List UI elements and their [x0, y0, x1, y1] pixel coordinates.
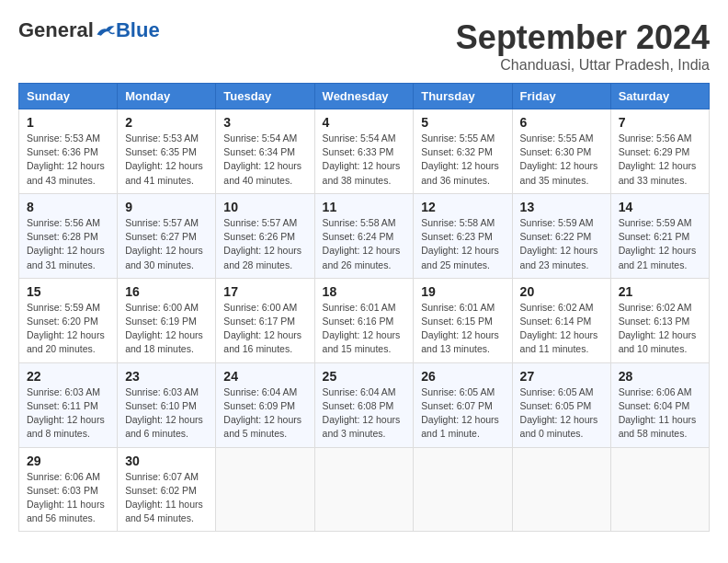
day-number: 5	[421, 115, 504, 130]
day-info: Sunrise: 6:06 AM Sunset: 6:03 PM Dayligh…	[27, 470, 109, 526]
day-number: 12	[421, 200, 504, 214]
day-info: Sunrise: 5:55 AM Sunset: 6:30 PM Dayligh…	[520, 132, 603, 188]
calendar-cell: 17Sunrise: 6:00 AM Sunset: 6:17 PM Dayli…	[216, 278, 314, 362]
day-number: 25	[323, 369, 406, 384]
calendar-cell: 2Sunrise: 5:53 AM Sunset: 6:35 PM Daylig…	[118, 109, 216, 194]
day-number: 21	[619, 284, 701, 299]
day-info: Sunrise: 5:53 AM Sunset: 6:35 PM Dayligh…	[125, 132, 208, 188]
day-number: 17	[223, 284, 306, 299]
day-info: Sunrise: 5:55 AM Sunset: 6:32 PM Dayligh…	[421, 132, 504, 188]
day-info: Sunrise: 5:54 AM Sunset: 6:34 PM Dayligh…	[223, 132, 306, 188]
weekday-header-sunday: Sunday	[19, 84, 118, 109]
day-info: Sunrise: 6:02 AM Sunset: 6:13 PM Dayligh…	[619, 301, 701, 357]
calendar-cell: 3Sunrise: 5:54 AM Sunset: 6:34 PM Daylig…	[216, 109, 314, 194]
logo-bird-icon	[96, 22, 116, 39]
day-info: Sunrise: 6:06 AM Sunset: 6:04 PM Dayligh…	[619, 385, 701, 442]
calendar-cell: 7Sunrise: 5:56 AM Sunset: 6:29 PM Daylig…	[610, 109, 709, 194]
day-info: Sunrise: 6:01 AM Sunset: 6:16 PM Dayligh…	[323, 301, 406, 357]
calendar-cell	[314, 447, 414, 532]
day-info: Sunrise: 5:57 AM Sunset: 6:27 PM Dayligh…	[125, 216, 208, 272]
day-number: 27	[520, 369, 603, 384]
day-number: 22	[27, 369, 109, 384]
day-info: Sunrise: 6:03 AM Sunset: 6:10 PM Dayligh…	[125, 385, 208, 442]
calendar-cell	[610, 447, 709, 532]
weekday-header-monday: Monday	[118, 84, 216, 109]
calendar-cell: 20Sunrise: 6:02 AM Sunset: 6:14 PM Dayli…	[512, 278, 610, 362]
calendar-cell: 13Sunrise: 5:59 AM Sunset: 6:22 PM Dayli…	[512, 193, 610, 278]
weekday-header-tuesday: Tuesday	[216, 84, 314, 109]
calendar-cell: 29Sunrise: 6:06 AM Sunset: 6:03 PM Dayli…	[19, 447, 118, 532]
day-info: Sunrise: 6:02 AM Sunset: 6:14 PM Dayligh…	[520, 301, 603, 357]
calendar-week-row: 15Sunrise: 5:59 AM Sunset: 6:20 PM Dayli…	[19, 278, 710, 362]
month-title: September 2024	[456, 18, 710, 57]
calendar-cell: 8Sunrise: 5:56 AM Sunset: 6:28 PM Daylig…	[19, 193, 118, 278]
day-number: 3	[223, 115, 306, 130]
calendar-cell: 27Sunrise: 6:05 AM Sunset: 6:05 PM Dayli…	[512, 362, 610, 447]
day-number: 23	[125, 369, 208, 384]
calendar-cell: 25Sunrise: 6:04 AM Sunset: 6:08 PM Dayli…	[314, 362, 414, 447]
day-info: Sunrise: 5:59 AM Sunset: 6:21 PM Dayligh…	[619, 216, 701, 272]
calendar-cell: 30Sunrise: 6:07 AM Sunset: 6:02 PM Dayli…	[118, 447, 216, 532]
calendar-cell: 19Sunrise: 6:01 AM Sunset: 6:15 PM Dayli…	[414, 278, 512, 362]
day-info: Sunrise: 6:00 AM Sunset: 6:19 PM Dayligh…	[125, 301, 208, 357]
day-number: 29	[27, 454, 109, 468]
day-info: Sunrise: 6:04 AM Sunset: 6:09 PM Dayligh…	[223, 385, 306, 442]
day-number: 13	[520, 200, 603, 214]
day-number: 7	[619, 115, 701, 130]
day-info: Sunrise: 6:04 AM Sunset: 6:08 PM Dayligh…	[323, 385, 406, 442]
calendar-cell: 15Sunrise: 5:59 AM Sunset: 6:20 PM Dayli…	[19, 278, 118, 362]
day-number: 20	[520, 284, 603, 299]
day-number: 2	[125, 115, 208, 130]
calendar-cell: 1Sunrise: 5:53 AM Sunset: 6:36 PM Daylig…	[19, 109, 118, 194]
logo-blue-text: Blue	[116, 18, 160, 42]
location-title: Chanduasi, Uttar Pradesh, India	[456, 57, 710, 74]
weekday-header-thursday: Thursday	[414, 84, 512, 109]
day-number: 11	[323, 200, 406, 214]
calendar-cell: 14Sunrise: 5:59 AM Sunset: 6:21 PM Dayli…	[610, 193, 709, 278]
day-number: 10	[223, 200, 306, 214]
day-number: 8	[27, 200, 109, 214]
day-number: 24	[223, 369, 306, 384]
day-number: 1	[27, 115, 109, 130]
day-number: 9	[125, 200, 208, 214]
day-number: 19	[421, 284, 504, 299]
calendar-cell: 9Sunrise: 5:57 AM Sunset: 6:27 PM Daylig…	[118, 193, 216, 278]
calendar-cell: 10Sunrise: 5:57 AM Sunset: 6:26 PM Dayli…	[216, 193, 314, 278]
calendar-cell: 26Sunrise: 6:05 AM Sunset: 6:07 PM Dayli…	[414, 362, 512, 447]
day-info: Sunrise: 6:05 AM Sunset: 6:07 PM Dayligh…	[421, 385, 504, 442]
day-number: 16	[125, 284, 208, 299]
page-header: General Blue September 2024 Chanduasi, U…	[18, 18, 710, 74]
calendar-cell: 21Sunrise: 6:02 AM Sunset: 6:13 PM Dayli…	[610, 278, 709, 362]
day-number: 30	[125, 454, 208, 468]
day-info: Sunrise: 5:58 AM Sunset: 6:23 PM Dayligh…	[421, 216, 504, 272]
calendar-cell: 18Sunrise: 6:01 AM Sunset: 6:16 PM Dayli…	[314, 278, 414, 362]
calendar-cell: 12Sunrise: 5:58 AM Sunset: 6:23 PM Dayli…	[414, 193, 512, 278]
day-info: Sunrise: 6:01 AM Sunset: 6:15 PM Dayligh…	[421, 301, 504, 357]
day-info: Sunrise: 6:00 AM Sunset: 6:17 PM Dayligh…	[223, 301, 306, 357]
day-info: Sunrise: 5:58 AM Sunset: 6:24 PM Dayligh…	[323, 216, 406, 272]
calendar-week-row: 22Sunrise: 6:03 AM Sunset: 6:11 PM Dayli…	[19, 362, 710, 447]
day-number: 4	[323, 115, 406, 130]
calendar-cell	[512, 447, 610, 532]
day-info: Sunrise: 5:59 AM Sunset: 6:22 PM Dayligh…	[520, 216, 603, 272]
day-info: Sunrise: 5:59 AM Sunset: 6:20 PM Dayligh…	[27, 301, 109, 357]
day-info: Sunrise: 6:05 AM Sunset: 6:05 PM Dayligh…	[520, 385, 603, 442]
weekday-header-saturday: Saturday	[610, 84, 709, 109]
day-info: Sunrise: 6:07 AM Sunset: 6:02 PM Dayligh…	[125, 470, 208, 526]
title-area: September 2024 Chanduasi, Uttar Pradesh,…	[456, 18, 710, 74]
calendar-cell: 24Sunrise: 6:04 AM Sunset: 6:09 PM Dayli…	[216, 362, 314, 447]
day-number: 28	[619, 369, 701, 384]
day-number: 15	[27, 284, 109, 299]
weekday-header-friday: Friday	[512, 84, 610, 109]
weekday-header-wednesday: Wednesday	[314, 84, 414, 109]
day-info: Sunrise: 6:03 AM Sunset: 6:11 PM Dayligh…	[27, 385, 109, 442]
calendar-cell: 4Sunrise: 5:54 AM Sunset: 6:33 PM Daylig…	[314, 109, 414, 194]
calendar-cell: 23Sunrise: 6:03 AM Sunset: 6:10 PM Dayli…	[118, 362, 216, 447]
calendar-cell	[216, 447, 314, 532]
day-info: Sunrise: 5:56 AM Sunset: 6:28 PM Dayligh…	[27, 216, 109, 272]
calendar-week-row: 1Sunrise: 5:53 AM Sunset: 6:36 PM Daylig…	[19, 109, 710, 194]
calendar-table: SundayMondayTuesdayWednesdayThursdayFrid…	[18, 83, 710, 532]
day-number: 14	[619, 200, 701, 214]
calendar-week-row: 29Sunrise: 6:06 AM Sunset: 6:03 PM Dayli…	[19, 447, 710, 532]
day-number: 26	[421, 369, 504, 384]
